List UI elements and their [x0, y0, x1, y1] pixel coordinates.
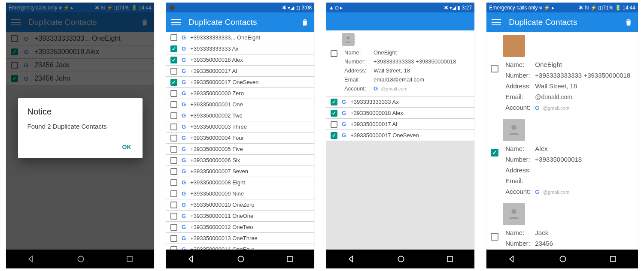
contact-label: +393350000012 OneTwo [190, 224, 253, 230]
checkbox[interactable] [170, 235, 177, 242]
contact-row[interactable]: G+393333333333 Ax [326, 96, 474, 108]
checkbox[interactable] [170, 246, 177, 250]
contact-card-list[interactable]: Name:OneEight Number:+393333333333 +3933… [486, 32, 638, 250]
svg-point-7 [511, 125, 516, 130]
dialog-ok-button[interactable]: OK [121, 140, 133, 154]
contact-row[interactable]: G+393333333333 Ax [166, 43, 314, 54]
contact-row[interactable]: G+393350000017 OneSeven [326, 130, 474, 141]
checkbox[interactable] [170, 112, 177, 119]
google-icon: G [182, 246, 186, 250]
contact-row[interactable]: G+393350000017 OneSeven [166, 77, 314, 88]
status-right: ✱ ▾◢ ▮ 3:27 [444, 5, 472, 11]
nav-recent-icon[interactable] [609, 255, 617, 263]
contact-row[interactable]: G+393350000018 Alex [326, 108, 474, 119]
checkbox[interactable] [170, 157, 177, 164]
contact-row[interactable]: G+393350000004 Four [166, 132, 314, 144]
contact-label: +393350000003 Three [190, 123, 247, 130]
contact-row[interactable]: G+393350000009 Nine [166, 188, 314, 199]
menu-icon[interactable] [492, 18, 501, 27]
contact-label: +393350000009 Nine [190, 190, 244, 197]
svg-rect-10 [611, 256, 616, 262]
contact-label: +393350000006 Six [190, 157, 240, 163]
status-bar: Emergency calls only ᴪ ⚡ ▸ ✱ ℕ ⚡ ◫71% 🔋 … [486, 3, 638, 12]
nav-back-icon[interactable] [347, 255, 355, 263]
checkbox[interactable] [491, 233, 498, 241]
google-icon: G [182, 90, 186, 96]
address-label: Address: [343, 66, 371, 75]
checkbox[interactable] [170, 179, 177, 186]
contact-row[interactable]: G+393350000003 Three [166, 121, 314, 132]
google-icon: G [535, 105, 539, 111]
contact-row[interactable]: G+393350000014 OneFour [166, 244, 314, 250]
nav-bar [166, 250, 314, 268]
checkbox[interactable] [170, 34, 177, 41]
contact-label: +393350000017 Al [190, 68, 237, 74]
contact-row[interactable]: G+393350000010 OneZero [166, 199, 314, 211]
trash-icon[interactable] [624, 18, 633, 27]
checkbox[interactable] [491, 149, 498, 157]
google-icon: G [182, 34, 186, 41]
contact-row[interactable]: G+393350000007 Seven [166, 166, 314, 177]
contact-row[interactable]: G+393350000012 OneTwo [166, 222, 314, 233]
nav-recent-icon[interactable] [446, 255, 454, 263]
contact-row[interactable]: G+393350000006 Six [166, 155, 314, 166]
checkbox[interactable] [170, 101, 177, 108]
checkbox[interactable] [491, 65, 498, 72]
svg-point-4 [346, 36, 349, 39]
status-right: ✱ ▾◢ ◫ 3:08 [282, 5, 312, 11]
checkbox[interactable] [170, 45, 177, 52]
checkbox[interactable] [331, 99, 337, 105]
nav-home-icon[interactable] [559, 255, 567, 263]
contact-row[interactable]: G+393333333333... OneEight [166, 32, 314, 43]
checkbox[interactable] [170, 190, 177, 197]
checkbox[interactable] [170, 146, 177, 153]
contact-list[interactable]: G+393333333333... OneEight G+39333333333… [166, 32, 314, 250]
contact-row[interactable]: G+393350000017 Al [326, 119, 474, 130]
checkbox[interactable] [170, 224, 177, 231]
svg-point-8 [511, 209, 516, 214]
trash-icon[interactable] [301, 18, 309, 27]
google-icon: G [182, 168, 186, 175]
menu-icon[interactable] [171, 18, 181, 27]
checkbox[interactable] [170, 79, 177, 86]
nav-recent-icon[interactable] [286, 255, 294, 263]
checkbox[interactable] [170, 202, 177, 208]
contact-row[interactable]: G+393350000001 One [166, 99, 314, 110]
nav-home-icon[interactable] [237, 255, 245, 263]
google-icon: G [182, 202, 186, 208]
contact-row[interactable]: G+393350000008 Eight [166, 177, 314, 188]
nav-back-icon[interactable] [507, 255, 516, 263]
contact-row[interactable]: G+393350000018 Alex [166, 54, 314, 66]
checkbox[interactable] [170, 68, 177, 75]
contact-row[interactable]: G+393350000005 Five [166, 144, 314, 155]
contact-row[interactable]: G+393350000002 Two [166, 110, 314, 121]
contact-list[interactable]: Name:OneEight Number:+393333333333 +3933… [326, 30, 474, 250]
google-icon: G [182, 179, 186, 186]
checkbox[interactable] [170, 90, 177, 97]
contact-label: +393350000013 OneThree [190, 235, 258, 241]
svg-point-9 [560, 256, 565, 262]
checkbox[interactable] [170, 57, 177, 63]
checkbox[interactable] [331, 121, 337, 128]
checkbox[interactable] [331, 132, 337, 139]
contact-detail-card: Name:OneEight Number:+393333333333 +3933… [326, 30, 474, 96]
google-icon: G [374, 85, 378, 92]
google-icon: G [182, 79, 186, 85]
nav-home-icon[interactable] [397, 255, 405, 263]
contact-row[interactable]: G+393350000011 OneOne [166, 211, 314, 222]
app-title: Duplicate Contacts [509, 18, 624, 27]
contact-row[interactable]: G+393350000000 Zero [166, 88, 314, 99]
checkbox[interactable] [331, 110, 337, 117]
checkbox[interactable] [331, 50, 337, 57]
contact-row[interactable]: G+393350000013 OneThree [166, 233, 314, 244]
nav-back-icon[interactable] [187, 255, 195, 263]
dialog-title: Notice [27, 107, 133, 117]
checkbox[interactable] [170, 213, 177, 220]
contact-row[interactable]: G+393350000017 Al [166, 66, 314, 77]
checkbox[interactable] [170, 135, 177, 142]
phone-screen-3: ▲ ◘ ▸ ✱ ▾◢ ▮ 3:27 Name:OneEight Number:+… [326, 3, 474, 268]
svg-rect-3 [287, 256, 292, 262]
checkbox[interactable] [170, 168, 177, 175]
dialog-body: Found 2 Duplicate Contacts [27, 123, 133, 130]
checkbox[interactable] [170, 123, 177, 130]
